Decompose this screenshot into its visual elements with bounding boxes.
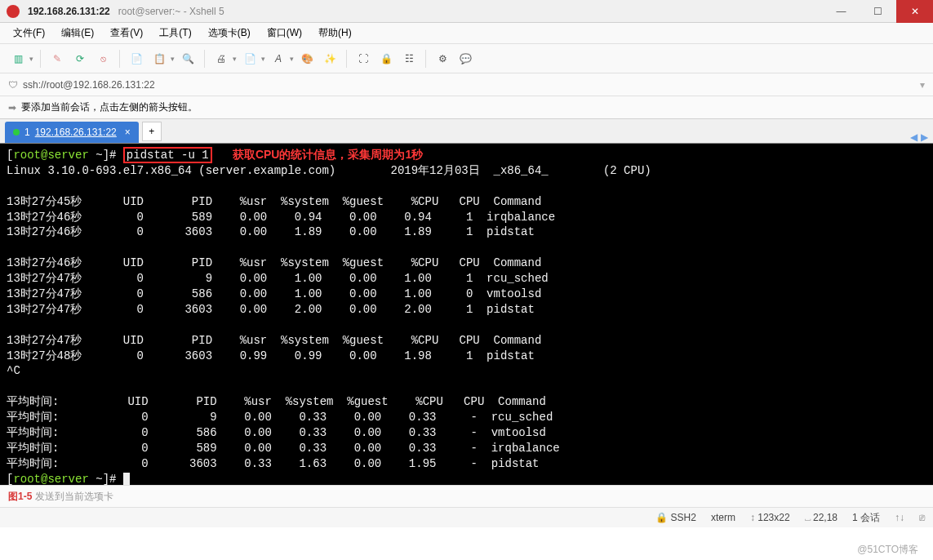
hint-bar: ➡ 要添加当前会话，点击左侧的箭头按钮。 (0, 96, 933, 119)
tab-prev-icon[interactable]: ◀ (910, 131, 917, 143)
maximize-button[interactable]: ☐ (860, 0, 896, 23)
status-term: xterm (711, 512, 735, 523)
copy-icon[interactable]: 📋 (149, 49, 169, 69)
status-protocol: SSH2 (671, 512, 696, 523)
status-sessions: 1 会话 (852, 511, 880, 525)
terminal-output[interactable]: [root@server ~]# pidstat -u 1 获取CPU的统计信息… (0, 144, 933, 485)
menu-help[interactable]: 帮助(H) (313, 24, 357, 42)
palette-icon[interactable]: 🎨 (297, 49, 317, 69)
close-button[interactable]: ✕ (896, 0, 933, 23)
open-icon[interactable]: ✎ (47, 49, 67, 69)
font-icon[interactable]: A (269, 49, 288, 69)
size-icon: ↕ (750, 512, 755, 523)
address-bar: 🛡 ssh://root@192.168.26.131:22 ▾ (0, 73, 933, 96)
tunnel-icon[interactable]: ☷ (399, 49, 419, 69)
lock-icon[interactable]: 🔒 (376, 49, 396, 69)
app-icon (7, 5, 20, 18)
tab-close-icon[interactable]: × (125, 127, 131, 138)
menu-bar: 文件(F) 编辑(E) 查看(V) 工具(T) 选项卡(B) 窗口(W) 帮助(… (0, 23, 933, 44)
menu-window[interactable]: 窗口(W) (262, 24, 307, 42)
reconnect-icon[interactable]: ⟳ (70, 49, 90, 69)
menu-tools[interactable]: 工具(T) (154, 24, 196, 42)
menu-tab[interactable]: 选项卡(B) (203, 24, 255, 42)
cap-icon: ⎚ (919, 512, 925, 523)
figure-label: 图1-5 (8, 490, 32, 504)
ssh-lock-icon: 🛡 (8, 79, 18, 91)
tab-next-icon[interactable]: ▶ (921, 131, 928, 143)
title-host: 192.168.26.131:22 (28, 6, 110, 17)
menu-view[interactable]: 查看(V) (105, 24, 148, 42)
address-dropdown-icon[interactable]: ▾ (920, 79, 925, 91)
new-session-icon[interactable]: ▥ (8, 49, 28, 69)
compose-hint: 发送到当前选项卡 (35, 490, 113, 504)
net-icon: ↑↓ (895, 512, 904, 523)
tab-label: 192.168.26.131:22 (35, 127, 117, 138)
hint-text: 要添加当前会话，点击左侧的箭头按钮。 (21, 100, 198, 114)
add-session-arrow-icon[interactable]: ➡ (8, 102, 16, 113)
status-size: 123x22 (758, 512, 789, 523)
title-subtitle: root@server:~ - Xshell 5 (118, 6, 224, 17)
menu-edit[interactable]: 编辑(E) (56, 24, 99, 42)
add-tab-button[interactable]: + (142, 122, 162, 141)
session-tab[interactable]: 1 192.168.26.131:22 × (5, 122, 139, 143)
address-url[interactable]: ssh://root@192.168.26.131:22 (23, 79, 155, 91)
disconnect-icon[interactable]: ⍉ (93, 49, 113, 69)
tab-strip: 1 192.168.26.131:22 × + ◀ ▶ (0, 119, 933, 144)
menu-file[interactable]: 文件(F) (8, 24, 50, 42)
protocol-lock-icon: 🔒 (655, 512, 668, 523)
chat-icon[interactable]: 💬 (455, 49, 475, 69)
fullscreen-icon[interactable]: ⛶ (353, 49, 373, 69)
search-icon[interactable]: 🔍 (178, 49, 198, 69)
pos-icon: ⎵ (805, 512, 811, 523)
watermark: @51CTO博客 (857, 543, 918, 557)
toolbar: ▥▾ ✎ ⟳ ⍉ 📄 📋▾ 🔍 🖨▾ 📄▾ A▾ 🎨 ✨ ⛶ 🔒 ☷ ⚙ 💬 (0, 44, 933, 73)
properties-icon[interactable]: 📄 (127, 49, 146, 69)
status-bar: 🔒 SSH2 xterm ↕ 123x22 ⎵ 22,18 1 会话 ↑↓ ⎚ (0, 508, 933, 527)
print-icon[interactable]: 🖨 (211, 49, 231, 69)
highlight-icon[interactable]: ✨ (320, 49, 340, 69)
compose-bar[interactable]: 图1-5 发送到当前选项卡 (0, 485, 933, 508)
tab-index: 1 (24, 127, 30, 138)
window-titlebar: 192.168.26.131:22 root@server:~ - Xshell… (0, 0, 933, 23)
status-pos: 22,18 (813, 512, 837, 523)
options-icon[interactable]: ⚙ (433, 49, 452, 69)
status-dot-icon (13, 129, 20, 136)
minimize-button[interactable]: — (823, 0, 860, 23)
log-icon[interactable]: 📄 (240, 49, 260, 69)
